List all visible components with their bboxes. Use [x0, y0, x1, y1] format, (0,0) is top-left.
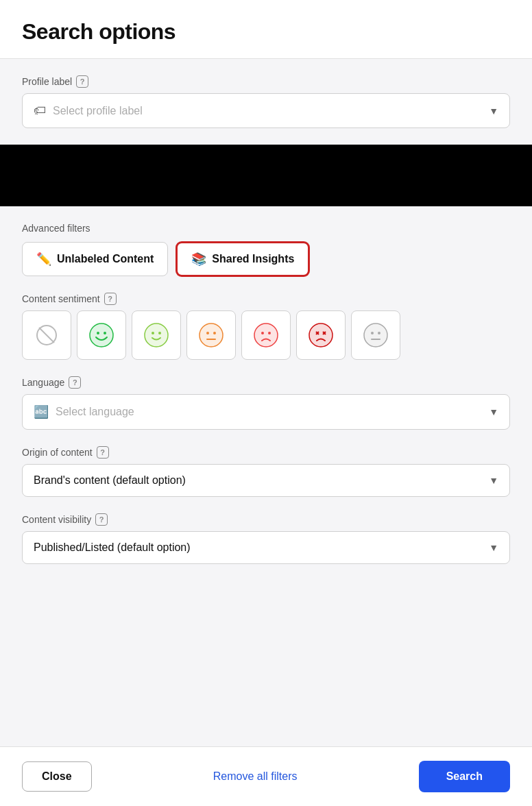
- remove-filters-button[interactable]: Remove all filters: [213, 770, 298, 783]
- svg-point-17: [261, 332, 264, 334]
- origin-value: Brand's content (default option): [34, 474, 186, 487]
- svg-point-12: [206, 332, 209, 334]
- page-container: Search options Profile label ? 🏷 Select …: [0, 0, 532, 806]
- profile-label-chevron: ▼: [489, 106, 498, 117]
- sentiment-none-btn[interactable]: [22, 310, 71, 360]
- sentiment-unknown-btn[interactable]: [351, 310, 400, 360]
- sentiment-negative-btn[interactable]: [241, 310, 291, 360]
- sentiment-very-negative-btn[interactable]: [296, 310, 346, 360]
- footer-bar: Close Remove all filters Search: [0, 746, 532, 806]
- unlabeled-label: Unlabeled Content: [57, 253, 154, 265]
- very-positive-icon: [88, 322, 114, 348]
- negative-icon: [253, 322, 279, 348]
- none-icon: [36, 324, 58, 346]
- sentiment-positive-btn[interactable]: [132, 310, 181, 360]
- profile-label-section: Profile label ? 🏷 Select profile label ▼: [22, 75, 510, 128]
- advanced-filters-section: Advanced filters ✏️ Unlabeled Content 📚 …: [22, 223, 510, 276]
- sentiment-row: [22, 310, 510, 360]
- content-sentiment-help-icon[interactable]: ?: [104, 293, 117, 305]
- content-sentiment-heading: Content sentiment ?: [22, 293, 510, 305]
- profile-label-select[interactable]: 🏷 Select profile label ▼: [22, 93, 510, 128]
- profile-label-heading: Profile label ?: [22, 75, 510, 88]
- neutral-icon: [198, 322, 224, 348]
- advanced-filters-label: Advanced filters: [22, 223, 510, 234]
- page-title: Search options: [22, 19, 510, 45]
- origin-select[interactable]: Brand's content (default option) ▼: [22, 464, 510, 497]
- close-button[interactable]: Close: [22, 761, 92, 792]
- profile-label-help-icon[interactable]: ?: [76, 75, 88, 88]
- svg-point-4: [97, 332, 99, 334]
- language-chevron: ▼: [489, 406, 498, 417]
- svg-point-8: [152, 332, 154, 334]
- origin-of-content-section: Origin of content ? Brand's content (def…: [22, 446, 510, 497]
- content-visibility-section: Content visibility ? Published/Listed (d…: [22, 513, 510, 564]
- origin-heading: Origin of content ?: [22, 446, 510, 459]
- profile-label-icon: 🏷: [34, 103, 46, 118]
- visibility-help-icon[interactable]: ?: [95, 513, 108, 526]
- redacted-bar: [0, 145, 532, 206]
- shared-insights-icon: 📚: [191, 252, 206, 267]
- shared-insights-button[interactable]: 📚 Shared Insights: [176, 242, 309, 276]
- svg-point-9: [158, 332, 161, 334]
- svg-point-5: [104, 332, 106, 334]
- visibility-select[interactable]: Published/Listed (default option) ▼: [22, 531, 510, 564]
- unlabeled-content-button[interactable]: ✏️ Unlabeled Content: [22, 242, 168, 276]
- content-sentiment-section: Content sentiment ?: [22, 293, 510, 360]
- language-help-icon[interactable]: ?: [69, 376, 81, 389]
- visibility-heading: Content visibility ?: [22, 513, 510, 526]
- sentiment-very-positive-btn[interactable]: [77, 310, 126, 360]
- very-negative-icon: [308, 322, 334, 348]
- svg-point-13: [213, 332, 216, 334]
- main-content: Profile label ? 🏷 Select profile label ▼…: [0, 59, 532, 746]
- header-section: Search options: [0, 0, 532, 59]
- visibility-value: Published/Listed (default option): [34, 541, 191, 554]
- origin-help-icon[interactable]: ?: [97, 446, 109, 459]
- unknown-icon: [363, 322, 389, 348]
- visibility-chevron: ▼: [489, 542, 498, 553]
- profile-label-placeholder: Select profile label: [53, 105, 143, 117]
- language-placeholder: Select language: [56, 406, 134, 418]
- sentiment-neutral-btn[interactable]: [186, 310, 236, 360]
- shared-insights-label: Shared Insights: [212, 253, 294, 265]
- language-section: Language ? 🔤 Select language ▼: [22, 376, 510, 430]
- search-button[interactable]: Search: [419, 761, 510, 792]
- svg-point-28: [378, 332, 380, 334]
- language-heading: Language ?: [22, 376, 510, 389]
- origin-chevron: ▼: [489, 475, 498, 486]
- svg-point-27: [371, 332, 374, 334]
- svg-line-1: [39, 328, 54, 343]
- filter-buttons-row: ✏️ Unlabeled Content 📚 Shared Insights: [22, 242, 510, 276]
- unlabeled-icon: ✏️: [36, 252, 51, 267]
- positive-icon: [143, 322, 169, 348]
- svg-point-18: [268, 332, 271, 334]
- language-select[interactable]: 🔤 Select language ▼: [22, 394, 510, 430]
- language-icon: 🔤: [34, 404, 49, 419]
